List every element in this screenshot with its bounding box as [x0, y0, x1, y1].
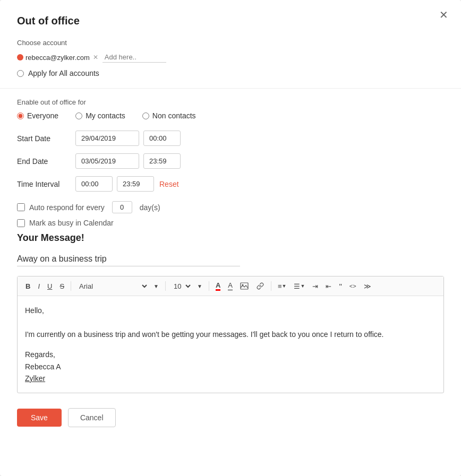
align-button[interactable]: ≡ ▼	[275, 281, 289, 292]
font-color-button[interactable]: A	[213, 280, 223, 292]
font-color-icon: A	[216, 281, 220, 291]
apply-all-label[interactable]: Apply for All accounts	[28, 69, 99, 77]
enable-radio-group: Everyone My contacts Non contacts	[17, 111, 444, 120]
my-contacts-option[interactable]: My contacts	[75, 111, 125, 120]
end-date-row: End Date	[17, 153, 444, 169]
my-contacts-label: My contacts	[86, 111, 125, 120]
account-email: rebecca@zylker.com	[25, 54, 90, 62]
outdent-button[interactable]: ⇤	[323, 281, 334, 292]
source-button[interactable]: <>	[347, 281, 359, 291]
mark-busy-checkbox[interactable]	[17, 219, 25, 227]
toolbar-separator-3	[209, 281, 209, 291]
time-interval-end-input[interactable]	[117, 176, 154, 192]
auto-respond-days-suffix: day(s)	[140, 203, 160, 212]
font-dropdown-icon[interactable]: ▼	[151, 282, 161, 291]
time-interval-row: Time Interval Reset	[17, 176, 444, 192]
start-date-row: Start Date	[17, 131, 444, 146]
underline-button[interactable]: U	[45, 281, 55, 292]
non-contacts-option[interactable]: Non contacts	[142, 111, 196, 120]
start-date-label: Start Date	[17, 134, 75, 143]
mark-busy-row: Mark as busy in Calendar	[17, 219, 444, 227]
editor-body[interactable]: Hello, I'm currently on a business trip …	[18, 296, 443, 393]
toolbar-separator-2	[165, 281, 166, 291]
highlight-button[interactable]: A	[225, 280, 235, 292]
font-size-dropdown-icon[interactable]: ▼	[194, 282, 205, 291]
account-chip: rebecca@zylker.com ✕	[17, 54, 98, 62]
svg-rect-0	[241, 283, 248, 289]
image-icon	[240, 282, 249, 290]
body-line-2	[25, 316, 436, 328]
non-contacts-radio[interactable]	[142, 112, 149, 119]
time-interval-label: Time Interval	[17, 180, 75, 188]
auto-respond-row: Auto respond for every day(s)	[17, 201, 444, 213]
indent-button[interactable]: ⇥	[310, 281, 321, 292]
everyone-label: Everyone	[27, 111, 58, 120]
start-date-input[interactable]	[75, 131, 139, 146]
editor-container: B I U S Arial Times New Roman Courier Ne…	[17, 276, 444, 393]
body-line-1: Hello,	[25, 305, 436, 316]
account-row: rebecca@zylker.com ✕	[17, 52, 444, 63]
apply-all-radio[interactable]	[17, 70, 24, 77]
everyone-option[interactable]: Everyone	[17, 111, 58, 120]
list-button[interactable]: ☰ ▼	[291, 281, 308, 292]
close-button[interactable]: ✕	[439, 10, 448, 20]
quote-button[interactable]: "	[336, 280, 344, 292]
bold-button[interactable]: B	[23, 281, 33, 292]
link-icon	[256, 282, 264, 290]
cancel-button[interactable]: Cancel	[68, 408, 116, 427]
radio-dot-icon	[17, 54, 23, 60]
auto-respond-checkbox[interactable]	[17, 203, 25, 211]
add-account-input[interactable]	[103, 52, 166, 63]
time-interval-start-input[interactable]	[75, 176, 113, 192]
toolbar-separator-4	[271, 281, 271, 291]
more-button[interactable]: ≫	[361, 281, 374, 292]
end-time-input[interactable]	[143, 153, 181, 169]
auto-respond-days-input[interactable]	[112, 201, 132, 213]
signature-name: Rebecca A	[25, 361, 436, 373]
enable-label: Enable out of office for	[17, 98, 444, 106]
italic-button[interactable]: I	[35, 281, 42, 292]
divider	[0, 88, 461, 89]
mark-busy-label[interactable]: Mark as busy in Calendar	[29, 219, 114, 227]
link-button[interactable]	[253, 281, 267, 291]
font-size-select[interactable]: 10121416	[169, 281, 192, 292]
image-button[interactable]	[237, 281, 251, 291]
strikethrough-button[interactable]: S	[57, 281, 67, 292]
toolbar-separator-1	[71, 281, 71, 291]
signature-company: Zylker	[25, 373, 436, 384]
message-subject-input[interactable]	[17, 252, 240, 266]
remove-account-icon[interactable]: ✕	[93, 54, 98, 61]
body-line-3: I'm currently on a business trip and won…	[25, 328, 436, 340]
apply-all-row: Apply for All accounts	[17, 69, 444, 77]
modal-title: Out of office	[17, 15, 444, 27]
auto-respond-label[interactable]: Auto respond for every	[29, 203, 105, 212]
end-date-input[interactable]	[75, 153, 139, 169]
non-contacts-label: Non contacts	[152, 111, 196, 120]
signature: Regards, Rebecca A Zylker	[25, 349, 436, 384]
my-contacts-radio[interactable]	[75, 112, 82, 119]
footer-actions: Save Cancel	[17, 408, 444, 427]
out-of-office-modal: ✕ Out of office Choose account rebecca@z…	[0, 0, 461, 476]
start-time-input[interactable]	[143, 131, 181, 146]
enable-section: Enable out of office for Everyone My con…	[17, 98, 444, 120]
highlight-icon: A	[228, 281, 233, 291]
font-name-select[interactable]: Arial Times New Roman Courier New	[75, 281, 149, 292]
reset-button[interactable]: Reset	[159, 180, 179, 188]
editor-toolbar: B I U S Arial Times New Roman Courier Ne…	[18, 276, 443, 296]
your-message-title: Your Message!	[17, 232, 444, 244]
end-date-label: End Date	[17, 157, 75, 166]
everyone-radio[interactable]	[17, 112, 24, 119]
signature-regards: Regards,	[25, 349, 436, 360]
choose-account-label: Choose account	[17, 39, 444, 47]
save-button[interactable]: Save	[17, 409, 62, 427]
